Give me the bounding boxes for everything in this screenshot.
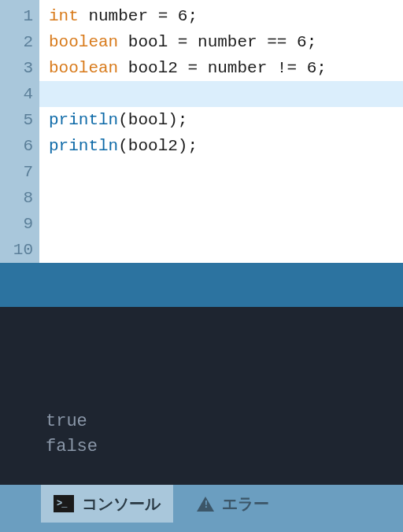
console-line: true [46, 409, 403, 434]
code-line[interactable] [49, 211, 403, 237]
line-number: 5 [0, 107, 39, 133]
line-number: 6 [0, 133, 39, 159]
code-line[interactable] [49, 185, 403, 211]
line-number: 2 [0, 29, 39, 55]
tab-errors[interactable]: エラー [184, 485, 282, 523]
code-line[interactable] [49, 237, 403, 263]
code-line[interactable]: println(bool); [49, 107, 403, 133]
console-panel: truefalse [0, 307, 403, 485]
code-editor[interactable]: 12345678910 int number = 6;boolean bool … [0, 0, 403, 263]
line-number: 7 [0, 159, 39, 185]
line-number: 9 [0, 211, 39, 237]
panel-divider [0, 263, 403, 307]
code-line[interactable]: println(bool2); [49, 133, 403, 159]
line-number: 1 [0, 3, 39, 29]
line-number: 8 [0, 185, 39, 211]
console-line: false [46, 434, 403, 460]
code-content[interactable]: int number = 6;boolean bool = number == … [39, 0, 403, 263]
code-line[interactable]: boolean bool2 = number != 6; [49, 55, 403, 81]
line-gutter: 12345678910 [0, 0, 39, 263]
line-number: 10 [0, 237, 39, 263]
code-line[interactable]: int number = 6; [49, 3, 403, 29]
bottom-tab-bar: >_ コンソール エラー [0, 485, 403, 532]
tab-errors-label: エラー [222, 493, 269, 515]
code-line[interactable] [49, 81, 403, 107]
tab-console-label: コンソール [82, 493, 161, 515]
line-number: 4 [0, 81, 39, 107]
terminal-icon: >_ [54, 495, 74, 512]
code-line[interactable]: boolean bool = number == 6; [49, 29, 403, 55]
line-number: 3 [0, 55, 39, 81]
code-line[interactable] [49, 159, 403, 185]
warning-icon [197, 497, 214, 512]
tab-console[interactable]: >_ コンソール [41, 485, 173, 523]
